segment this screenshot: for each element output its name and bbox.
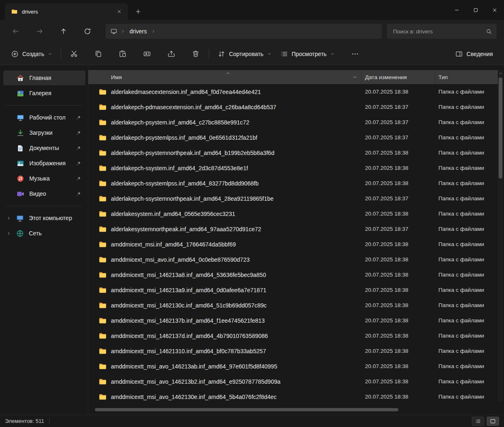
file-date: 20.07.2025 18:38 xyxy=(362,165,435,171)
sidebar-item-pictures[interactable]: Изображения xyxy=(3,156,85,171)
file-row[interactable]: amddmicextt_msi_1462137b.inf_amd64_f1ee4… xyxy=(88,313,504,328)
minimize-button[interactable] xyxy=(447,0,466,20)
statusbar-view-toggles xyxy=(472,417,499,426)
file-row[interactable]: alderlakepch-psystem.inf_amd64_c27bc8858… xyxy=(88,115,504,130)
new-button-label: Создать xyxy=(22,51,44,57)
cut-button[interactable] xyxy=(65,47,83,61)
column-filter-icon[interactable] xyxy=(353,75,357,80)
file-name: alderlakesystemnorthpeak.inf_amd64_97aaa… xyxy=(111,226,261,232)
share-button[interactable] xyxy=(163,47,180,61)
sidebar-item-downloads[interactable]: Загрузки xyxy=(3,125,85,140)
file-row[interactable]: amddmicextt_msi_avo_146213b2.inf_amd64_e… xyxy=(88,374,504,389)
chevron-right-icon[interactable] xyxy=(121,29,125,33)
file-row[interactable]: alderlakesystemnorthpeak.inf_amd64_97aaa… xyxy=(88,221,504,237)
file-type: Папка с файлами xyxy=(435,348,504,354)
breadcrumb-item-drivers[interactable]: drivers xyxy=(129,27,148,35)
file-name: amddmicextt_msi_146213a9.inf_amd64_0d0af… xyxy=(111,287,266,293)
pictures-icon xyxy=(16,160,24,167)
tab-drivers[interactable]: drivers xyxy=(5,3,128,20)
sidebar-item-documents[interactable]: Документы xyxy=(3,141,85,155)
file-name: amddmicext_msi_avo.inf_amd64_0c0ebe87659… xyxy=(111,256,250,263)
tab-close-button[interactable] xyxy=(114,6,125,17)
vertical-scrollbar[interactable] xyxy=(498,70,503,401)
sidebar-item-network[interactable]: Сеть xyxy=(3,226,85,241)
vertical-scrollbar-thumb[interactable] xyxy=(499,77,502,178)
titlebar: drivers xyxy=(0,0,504,20)
sidebar-item-desktop[interactable]: Рабочий стол xyxy=(3,110,85,125)
column-header-type[interactable]: Тип xyxy=(435,70,498,84)
file-row[interactable]: amddmicextt_msi_146213a8.inf_amd64_53636… xyxy=(88,267,504,282)
sidebar-item-home[interactable]: Главная xyxy=(3,70,85,85)
file-row[interactable]: alderlakepch-pdmasecextension.inf_amd64_… xyxy=(88,99,504,115)
horizontal-scrollbar-thumb[interactable] xyxy=(95,408,398,411)
details-view-button[interactable] xyxy=(472,417,484,426)
column-header-date[interactable]: Дата изменения xyxy=(362,70,435,84)
file-row[interactable]: amddmicextt_msi_avo_1462130e.inf_amd64_5… xyxy=(88,389,504,404)
paste-icon xyxy=(119,50,127,58)
file-row[interactable]: alderlakepch-ssystemlpss.inf_amd64_83277… xyxy=(88,176,504,191)
folder-icon xyxy=(99,149,107,157)
chevron-right-icon[interactable] xyxy=(7,216,11,221)
paste-button[interactable] xyxy=(114,47,132,61)
sort-icon xyxy=(218,50,225,58)
folder-icon xyxy=(99,301,107,310)
file-name: amddmicextt_msi_14621310.inf_amd64_bf0c7… xyxy=(111,348,266,354)
file-date: 20.07.2025 18:38 xyxy=(362,394,435,400)
file-type: Папка с файлами xyxy=(435,272,504,278)
file-name: amddmicextt_msi_146213a8.inf_amd64_53636… xyxy=(111,272,266,278)
folder-icon xyxy=(99,225,107,233)
cut-icon xyxy=(70,50,78,58)
file-row[interactable]: amddmicextt_msi_146213a9.inf_amd64_0d0af… xyxy=(88,282,504,298)
pin-icon xyxy=(76,176,81,181)
new-tab-button[interactable] xyxy=(132,5,144,18)
horizontal-scrollbar[interactable] xyxy=(95,408,448,411)
chevron-right-icon[interactable] xyxy=(7,231,11,236)
new-button[interactable]: Создать xyxy=(7,47,57,61)
up-button[interactable] xyxy=(56,24,71,39)
copy-button[interactable] xyxy=(89,47,107,61)
file-type: Папка с файлами xyxy=(435,165,504,171)
file-row[interactable]: alderlakepch-psystemnorthpeak.inf_amd64_… xyxy=(88,145,504,160)
file-row[interactable]: amddmicextt_msi_1462137d.inf_amd64_4b790… xyxy=(88,328,504,343)
file-row[interactable]: amddmicextt_msi_avo_146213ab.inf_amd64_9… xyxy=(88,359,504,374)
scroll-up-arrow-icon[interactable] xyxy=(499,71,503,75)
sort-button[interactable]: Сортировать xyxy=(213,47,276,61)
file-row[interactable]: amddmicext_msi_avo.inf_amd64_0c0ebe87659… xyxy=(88,252,504,267)
search-input[interactable] xyxy=(392,28,486,35)
delete-button[interactable] xyxy=(187,47,205,61)
file-row[interactable]: amddmicextt_msi_1462130c.inf_amd64_51c9b… xyxy=(88,298,504,313)
file-row[interactable]: alderlakedmasecextension.inf_amd64_f0d7e… xyxy=(88,84,504,99)
breadcrumb[interactable]: drivers xyxy=(106,24,382,39)
maximize-button[interactable] xyxy=(466,0,485,20)
sidebar-item-music[interactable]: Музыка xyxy=(3,171,85,186)
close-button[interactable] xyxy=(485,0,504,20)
sidebar-item-this-pc[interactable]: Этот компьютер xyxy=(3,211,85,225)
toolbar-separator xyxy=(61,49,61,59)
sidebar-item-videos[interactable]: Видео xyxy=(3,186,85,201)
file-row[interactable]: alderlakesystem.inf_amd64_0565e3956cec32… xyxy=(88,206,504,221)
file-row[interactable]: amddmicext_msi.inf_amd64_17664674da5bbf6… xyxy=(88,237,504,252)
file-row[interactable]: amddmicextt_msi_14621310.inf_amd64_bf0c7… xyxy=(88,343,504,359)
search-box[interactable] xyxy=(387,24,497,39)
search-icon[interactable] xyxy=(486,28,492,35)
sidebar-item-gallery[interactable]: Галерея xyxy=(3,86,85,101)
chevron-right-icon[interactable] xyxy=(151,29,155,33)
file-row[interactable]: alderlakepch-ssystemnorthpeak.inf_amd64_… xyxy=(88,191,504,206)
more-options-button[interactable] xyxy=(346,47,364,61)
file-date: 20.07.2025 18:38 xyxy=(362,317,435,324)
forward-button[interactable] xyxy=(32,24,47,39)
rename-button[interactable] xyxy=(138,47,156,61)
folder-icon xyxy=(99,164,107,172)
sidebar-item-label: Загрузки xyxy=(29,129,52,136)
large-icons-view-button[interactable] xyxy=(487,417,499,426)
file-row[interactable]: alderlakepch-psystemlpss.inf_amd64_0e656… xyxy=(88,130,504,145)
file-row[interactable]: alderlakepch-ssystem.inf_amd64_2d3c87d45… xyxy=(88,160,504,176)
file-date: 20.07.2025 18:37 xyxy=(362,104,435,110)
view-button[interactable]: Просмотреть xyxy=(276,47,339,61)
details-pane-button[interactable]: Сведения xyxy=(451,47,497,61)
refresh-button[interactable] xyxy=(80,24,95,39)
sidebar-tree-section: Этот компьютер Сеть xyxy=(0,211,88,241)
back-button[interactable] xyxy=(8,24,23,39)
column-header-name[interactable]: Имя xyxy=(88,70,362,84)
more-icon xyxy=(351,50,359,58)
